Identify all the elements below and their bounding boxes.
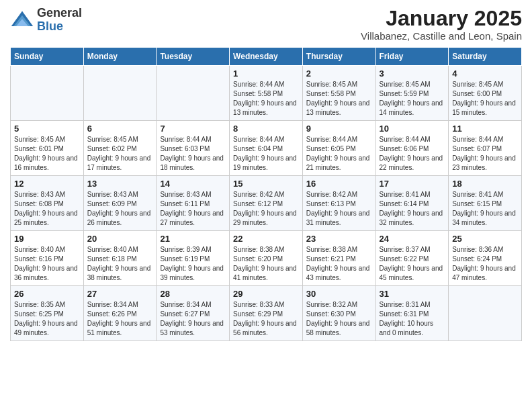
calendar-week-3: 12Sunrise: 8:43 AMSunset: 6:08 PMDayligh…	[11, 176, 522, 231]
day-info: Sunrise: 8:41 AMSunset: 6:14 PMDaylight:…	[380, 191, 443, 226]
day-number: 25	[452, 234, 518, 244]
day-number: 6	[87, 124, 153, 134]
calendar-cell: 5Sunrise: 8:45 AMSunset: 6:01 PMDaylight…	[11, 121, 84, 176]
day-info: Sunrise: 8:38 AMSunset: 6:21 PMDaylight:…	[306, 246, 370, 281]
calendar-cell	[83, 66, 157, 121]
day-info: Sunrise: 8:42 AMSunset: 6:13 PMDaylight:…	[306, 191, 370, 226]
calendar-cell: 27Sunrise: 8:34 AMSunset: 6:26 PMDayligh…	[83, 286, 157, 341]
weekday-header-tuesday: Tuesday	[157, 48, 230, 66]
page-subtitle: Villabanez, Castille and Leon, Spain	[361, 30, 522, 42]
calendar-week-1: 1Sunrise: 8:44 AMSunset: 5:58 PMDaylight…	[11, 66, 522, 121]
calendar-cell: 16Sunrise: 8:42 AMSunset: 6:13 PMDayligh…	[302, 176, 375, 231]
calendar-cell: 11Sunrise: 8:44 AMSunset: 6:07 PMDayligh…	[449, 121, 522, 176]
day-info: Sunrise: 8:43 AMSunset: 6:08 PMDaylight:…	[14, 191, 78, 226]
header: General Blue January 2025 Villabanez, Ca…	[10, 7, 522, 42]
weekday-header-wednesday: Wednesday	[230, 48, 303, 66]
day-info: Sunrise: 8:35 AMSunset: 6:25 PMDaylight:…	[14, 301, 78, 336]
page: General Blue January 2025 Villabanez, Ca…	[0, 0, 532, 351]
day-number: 7	[160, 124, 226, 134]
day-number: 11	[452, 124, 518, 134]
day-info: Sunrise: 8:32 AMSunset: 6:30 PMDaylight:…	[306, 301, 370, 336]
calendar-cell: 28Sunrise: 8:34 AMSunset: 6:27 PMDayligh…	[157, 286, 230, 341]
day-number: 14	[160, 179, 226, 189]
calendar-cell: 4Sunrise: 8:45 AMSunset: 6:00 PMDaylight…	[449, 66, 522, 121]
calendar-cell	[449, 286, 522, 341]
day-number: 1	[233, 68, 299, 79]
logo-general: General	[37, 7, 82, 20]
day-number: 16	[306, 179, 372, 189]
calendar-cell: 20Sunrise: 8:40 AMSunset: 6:18 PMDayligh…	[83, 231, 157, 286]
calendar-cell: 14Sunrise: 8:43 AMSunset: 6:11 PMDayligh…	[157, 176, 230, 231]
day-number: 8	[233, 124, 299, 134]
calendar-cell: 17Sunrise: 8:41 AMSunset: 6:14 PMDayligh…	[375, 176, 449, 231]
day-info: Sunrise: 8:40 AMSunset: 6:18 PMDaylight:…	[87, 246, 151, 281]
logo-text: General Blue	[37, 7, 82, 34]
logo-blue: Blue	[37, 20, 82, 34]
day-number: 27	[87, 289, 153, 299]
weekday-header-monday: Monday	[83, 48, 157, 66]
day-number: 28	[160, 289, 226, 299]
day-info: Sunrise: 8:37 AMSunset: 6:22 PMDaylight:…	[380, 246, 443, 281]
day-info: Sunrise: 8:36 AMSunset: 6:24 PMDaylight:…	[452, 246, 516, 281]
day-info: Sunrise: 8:42 AMSunset: 6:12 PMDaylight:…	[233, 191, 297, 226]
day-number: 17	[380, 179, 445, 189]
calendar-cell: 24Sunrise: 8:37 AMSunset: 6:22 PMDayligh…	[375, 231, 449, 286]
day-info: Sunrise: 8:45 AMSunset: 6:02 PMDaylight:…	[87, 136, 151, 171]
day-number: 30	[306, 289, 372, 299]
calendar-cell: 26Sunrise: 8:35 AMSunset: 6:25 PMDayligh…	[11, 286, 84, 341]
day-number: 23	[306, 234, 372, 244]
day-number: 4	[452, 68, 518, 79]
day-info: Sunrise: 8:45 AMSunset: 6:00 PMDaylight:…	[452, 81, 516, 116]
calendar-table: SundayMondayTuesdayWednesdayThursdayFrid…	[10, 47, 522, 341]
day-number: 22	[233, 234, 299, 244]
day-number: 9	[306, 124, 372, 134]
day-info: Sunrise: 8:44 AMSunset: 5:58 PMDaylight:…	[233, 81, 297, 116]
weekday-header-sunday: Sunday	[11, 48, 84, 66]
title-block: January 2025 Villabanez, Castille and Le…	[361, 7, 522, 42]
day-number: 20	[87, 234, 153, 244]
day-info: Sunrise: 8:43 AMSunset: 6:11 PMDaylight:…	[160, 191, 224, 226]
day-number: 10	[380, 124, 445, 134]
logo-icon	[10, 8, 34, 32]
calendar-cell	[157, 66, 230, 121]
calendar-cell: 18Sunrise: 8:41 AMSunset: 6:15 PMDayligh…	[449, 176, 522, 231]
day-number: 21	[160, 234, 226, 244]
page-title: January 2025	[361, 7, 522, 30]
calendar-cell: 1Sunrise: 8:44 AMSunset: 5:58 PMDaylight…	[230, 66, 303, 121]
day-number: 24	[380, 234, 445, 244]
day-info: Sunrise: 8:45 AMSunset: 6:01 PMDaylight:…	[14, 136, 78, 171]
day-number: 3	[380, 68, 445, 79]
calendar-cell: 31Sunrise: 8:31 AMSunset: 6:31 PMDayligh…	[375, 286, 449, 341]
day-number: 13	[87, 179, 153, 189]
day-number: 5	[14, 124, 80, 134]
calendar-week-2: 5Sunrise: 8:45 AMSunset: 6:01 PMDaylight…	[11, 121, 522, 176]
calendar-cell: 23Sunrise: 8:38 AMSunset: 6:21 PMDayligh…	[302, 231, 375, 286]
calendar-cell: 10Sunrise: 8:44 AMSunset: 6:06 PMDayligh…	[375, 121, 449, 176]
day-info: Sunrise: 8:45 AMSunset: 5:59 PMDaylight:…	[380, 81, 443, 116]
calendar-week-4: 19Sunrise: 8:40 AMSunset: 6:16 PMDayligh…	[11, 231, 522, 286]
day-number: 18	[452, 179, 518, 189]
calendar-cell: 21Sunrise: 8:39 AMSunset: 6:19 PMDayligh…	[157, 231, 230, 286]
calendar-cell: 9Sunrise: 8:44 AMSunset: 6:05 PMDaylight…	[302, 121, 375, 176]
day-info: Sunrise: 8:44 AMSunset: 6:05 PMDaylight:…	[306, 136, 370, 171]
day-info: Sunrise: 8:44 AMSunset: 6:07 PMDaylight:…	[452, 136, 516, 171]
day-number: 29	[233, 289, 299, 299]
day-number: 2	[306, 68, 372, 79]
day-info: Sunrise: 8:45 AMSunset: 5:58 PMDaylight:…	[306, 81, 370, 116]
calendar-cell: 29Sunrise: 8:33 AMSunset: 6:29 PMDayligh…	[230, 286, 303, 341]
day-info: Sunrise: 8:41 AMSunset: 6:15 PMDaylight:…	[452, 191, 516, 226]
calendar-cell: 30Sunrise: 8:32 AMSunset: 6:30 PMDayligh…	[302, 286, 375, 341]
weekday-header-row: SundayMondayTuesdayWednesdayThursdayFrid…	[11, 48, 522, 66]
day-info: Sunrise: 8:44 AMSunset: 6:03 PMDaylight:…	[160, 136, 224, 171]
day-number: 15	[233, 179, 299, 189]
calendar-cell: 25Sunrise: 8:36 AMSunset: 6:24 PMDayligh…	[449, 231, 522, 286]
day-info: Sunrise: 8:39 AMSunset: 6:19 PMDaylight:…	[160, 246, 224, 281]
weekday-header-saturday: Saturday	[449, 48, 522, 66]
calendar-cell	[11, 66, 84, 121]
calendar-cell: 7Sunrise: 8:44 AMSunset: 6:03 PMDaylight…	[157, 121, 230, 176]
calendar-cell: 19Sunrise: 8:40 AMSunset: 6:16 PMDayligh…	[11, 231, 84, 286]
calendar-cell: 12Sunrise: 8:43 AMSunset: 6:08 PMDayligh…	[11, 176, 84, 231]
day-info: Sunrise: 8:33 AMSunset: 6:29 PMDaylight:…	[233, 301, 297, 336]
calendar-cell: 6Sunrise: 8:45 AMSunset: 6:02 PMDaylight…	[83, 121, 157, 176]
day-number: 31	[380, 289, 445, 299]
